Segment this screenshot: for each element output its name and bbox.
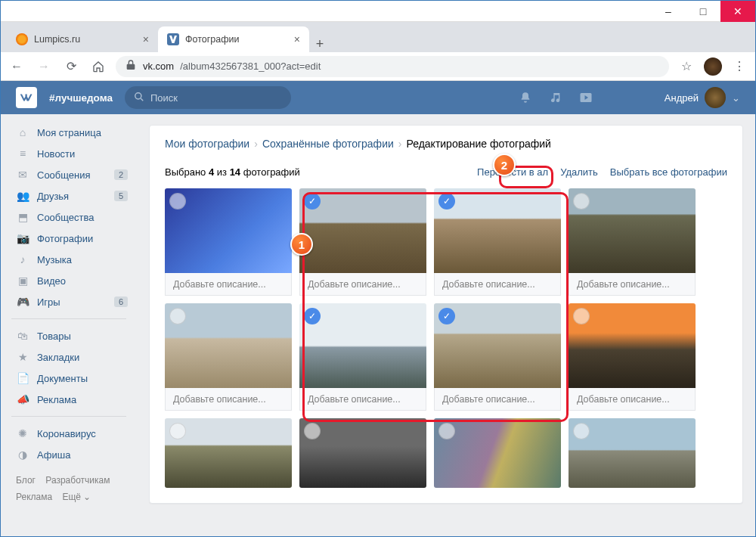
move-to-album-link[interactable]: Перенести в ал (477, 166, 548, 178)
breadcrumb-saved-photos[interactable]: Сохранённые фотографии (262, 138, 394, 150)
breadcrumb-my-photos[interactable]: Мои фотографии (165, 138, 249, 150)
sidebar-item-icon: 📷 (16, 232, 29, 244)
sidebar-item-label: Документы (37, 373, 88, 384)
photo-card: Добавьте описание... (165, 303, 292, 411)
photo-caption-input[interactable]: Добавьте описание... (569, 388, 696, 411)
photo-thumbnail[interactable] (434, 418, 561, 488)
tab-close-icon[interactable]: × (294, 33, 300, 45)
bookmark-star-button[interactable]: ☆ (677, 57, 696, 76)
photo-select-checkbox[interactable] (304, 423, 321, 439)
sidebar-item-icon: ▣ (16, 275, 29, 287)
sidebar-item[interactable]: 📄Документы (1, 368, 137, 389)
sidebar-item[interactable]: ✺Коронавирус (1, 423, 137, 444)
photo-thumbnail[interactable] (165, 188, 292, 273)
address-field[interactable]: vk.com/album432567381_000?act=edit (116, 56, 669, 77)
photo-select-checkbox[interactable] (169, 423, 186, 439)
photo-select-checkbox[interactable]: ✓ (438, 308, 455, 324)
sidebar-item-icon: ≡ (16, 147, 29, 160)
photo-select-checkbox[interactable]: ✓ (304, 308, 321, 324)
photo-select-checkbox[interactable] (573, 423, 590, 439)
sidebar-item-icon: ⌂ (16, 126, 29, 138)
sidebar-item[interactable]: ★Закладки (1, 346, 137, 368)
nav-home-button[interactable] (88, 57, 108, 76)
vk-user-menu[interactable]: Андрей ⌄ (665, 87, 740, 108)
sidebar-item[interactable]: ≡Новости (1, 143, 137, 164)
sidebar-item-icon: 👥 (16, 190, 29, 202)
sidebar-item[interactable]: ♪Музыка (1, 249, 137, 270)
photo-thumbnail[interactable]: ✓ (299, 303, 426, 388)
photo-caption-input[interactable]: Добавьте описание... (299, 388, 426, 411)
photo-caption-input[interactable]: Добавьте описание... (165, 273, 292, 296)
sidebar-item[interactable]: 🛍Товары (1, 325, 137, 346)
nav-reload-button[interactable]: ⟳ (61, 57, 81, 76)
new-tab-button[interactable]: + (309, 36, 330, 52)
browser-menu-button[interactable]: ⋮ (730, 57, 749, 76)
photo-select-checkbox[interactable] (169, 193, 186, 210)
sidebar-item-icon: ★ (16, 351, 29, 363)
photo-select-checkbox[interactable] (573, 308, 590, 324)
photo-select-checkbox[interactable] (438, 423, 455, 439)
sidebar-badge: 6 (114, 296, 128, 307)
vk-hashtag[interactable]: #лучшедома (49, 92, 113, 104)
selection-count-text: Выбрано 4 из 14 фотографий (165, 166, 300, 178)
photo-select-checkbox[interactable] (169, 308, 186, 324)
search-placeholder: Поиск (150, 92, 178, 104)
sidebar-item-icon: ◑ (16, 449, 29, 461)
footer-more-link[interactable]: Ещё ⌄ (62, 492, 91, 502)
footer-ads-link[interactable]: Реклама (16, 492, 52, 502)
sidebar-item[interactable]: ▣Видео (1, 270, 137, 291)
photo-caption-input[interactable]: Добавьте описание... (434, 388, 561, 411)
chevron-down-icon: ⌄ (732, 92, 740, 104)
sidebar-item[interactable]: 📣Реклама (1, 389, 137, 410)
nav-back-button[interactable]: ← (7, 57, 26, 76)
music-icon[interactable] (547, 92, 565, 104)
photo-thumbnail[interactable] (569, 303, 696, 388)
tab-close-icon[interactable]: × (143, 33, 149, 45)
footer-blog-link[interactable]: Блог (16, 475, 36, 486)
sidebar-item[interactable]: 👥Друзья5 (1, 185, 137, 206)
photo-thumbnail[interactable]: ✓ (434, 188, 561, 273)
photo-thumbnail[interactable] (569, 418, 696, 488)
notifications-icon[interactable] (516, 92, 534, 104)
photo-select-checkbox[interactable] (573, 193, 590, 210)
photo-thumbnail[interactable] (165, 303, 292, 388)
photo-caption-input[interactable]: Добавьте описание... (165, 388, 292, 411)
search-icon (134, 92, 144, 104)
sidebar-item-icon: 🎮 (16, 296, 29, 308)
selection-row: Выбрано 4 из 14 фотографий Перенести в а… (165, 166, 727, 178)
lock-icon (125, 59, 137, 73)
window-minimize-button[interactable]: – (651, 1, 686, 22)
video-play-icon[interactable] (577, 91, 595, 104)
chevron-right-icon: › (254, 138, 258, 150)
footer-devs-link[interactable]: Разработчикам (45, 475, 110, 486)
sidebar-item-icon: ✺ (16, 427, 29, 439)
vk-logo[interactable] (16, 87, 37, 108)
chevron-right-icon: › (398, 138, 402, 150)
sidebar-item[interactable]: 🎮Игры6 (1, 291, 137, 312)
photo-thumbnail[interactable]: ✓ (299, 188, 426, 273)
nav-forward-button[interactable]: → (34, 57, 54, 76)
browser-profile-avatar[interactable] (704, 57, 722, 76)
sidebar-item[interactable]: ◑Афиша (1, 444, 137, 465)
photo-thumbnail[interactable] (299, 418, 426, 488)
delete-link[interactable]: Удалить (560, 166, 598, 178)
photo-caption-input[interactable]: Добавьте описание... (434, 273, 561, 296)
photo-caption-input[interactable]: Добавьте описание... (299, 273, 426, 296)
photo-thumbnail[interactable]: ✓ (434, 303, 561, 388)
vk-search-input[interactable]: Поиск (125, 86, 291, 109)
sidebar-item[interactable]: ⬒Сообщества (1, 206, 137, 228)
photo-caption-input[interactable]: Добавьте описание... (569, 273, 696, 296)
sidebar-item[interactable]: 📷Фотографии (1, 228, 137, 249)
sidebar-item[interactable]: ⌂Моя страница (1, 122, 137, 143)
photo-select-checkbox[interactable]: ✓ (304, 193, 321, 210)
browser-tab-vk-photos[interactable]: Фотографии × (158, 26, 309, 52)
sidebar-item-label: Сообщения (37, 169, 91, 181)
sidebar-item[interactable]: ✉Сообщения2 (1, 164, 137, 185)
window-close-button[interactable]: ✕ (720, 1, 755, 22)
browser-tab-lumpics[interactable]: Lumpics.ru × (7, 26, 158, 52)
photo-select-checkbox[interactable]: ✓ (438, 193, 455, 210)
photo-thumbnail[interactable] (165, 418, 292, 488)
select-all-link[interactable]: Выбрать все фотографии (610, 166, 727, 178)
window-maximize-button[interactable]: □ (686, 1, 720, 22)
photo-thumbnail[interactable] (569, 188, 696, 273)
